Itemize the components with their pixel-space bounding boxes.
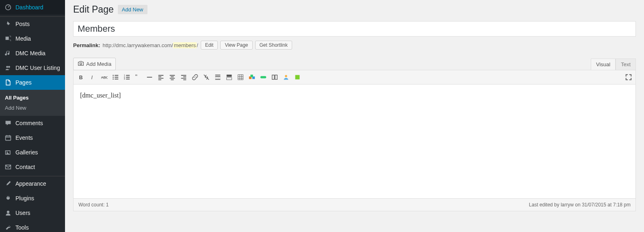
dashboard-icon (4, 3, 12, 11)
number-list-button[interactable]: 123 (121, 72, 132, 82)
permalink-slug: members (173, 42, 197, 48)
edit-permalink-button[interactable]: Edit (201, 41, 218, 50)
svg-point-8 (80, 63, 82, 65)
svg-text:“: “ (135, 74, 137, 80)
distraction-free-button[interactable] (623, 72, 634, 82)
svg-rect-28 (272, 75, 274, 80)
svg-rect-27 (260, 76, 266, 78)
users-icon (4, 64, 12, 72)
sidebar-label: DMC User Listing (15, 65, 60, 71)
sidebar-item-appearance[interactable]: Appearance (0, 176, 65, 191)
sidebar-label: Appearance (15, 180, 46, 187)
svg-rect-3 (6, 136, 11, 140)
svg-text:3: 3 (124, 78, 125, 80)
add-media-label: Add Media (86, 61, 111, 67)
pin-icon (4, 20, 12, 28)
sidebar-item-pages[interactable]: Pages (0, 75, 65, 90)
sidebar-item-galleries[interactable]: Galleries (0, 145, 65, 160)
strikethrough-button[interactable]: ABC (99, 72, 109, 82)
add-new-button[interactable]: Add New (118, 5, 147, 14)
italic-button[interactable]: I (87, 72, 98, 82)
sidebar-item-dmc-user-listing[interactable]: DMC User Listing (0, 61, 65, 75)
svg-text:B: B (79, 75, 83, 80)
read-more-button[interactable] (212, 72, 223, 82)
page-title: Edit Page (73, 4, 114, 15)
view-page-button[interactable]: View Page (220, 41, 252, 50)
post-title-input[interactable] (73, 21, 636, 37)
sidebar-label: Pages (15, 79, 32, 86)
sidebar-item-media[interactable]: Media (0, 31, 65, 46)
sidebar-label: Users (15, 210, 30, 216)
plug-icon (4, 194, 12, 202)
sidebar-item-comments[interactable]: Comments (0, 116, 65, 130)
sidebar-label: Events (15, 134, 33, 141)
insert-user-button[interactable] (281, 72, 291, 82)
svg-rect-31 (295, 75, 300, 80)
permalink-label: Permalink: (73, 42, 100, 48)
camera-icon (78, 60, 84, 68)
sidebar-label: DMC Media (15, 50, 46, 56)
main-content: Edit Page Add New Permalink: http://dmc.… (65, 0, 644, 232)
tab-text[interactable]: Text (616, 59, 636, 70)
insert-shortcode-button[interactable] (247, 72, 257, 82)
calendar-icon (4, 134, 12, 142)
insert-button-button[interactable] (258, 72, 269, 82)
horizontal-rule-button[interactable] (144, 72, 155, 82)
permalink-row: Permalink: http://dmc.larrywakeman.com/m… (73, 37, 636, 54)
editor-content[interactable]: [dmc_user_list] (74, 85, 635, 198)
svg-rect-21 (227, 75, 232, 77)
align-left-button[interactable] (156, 72, 166, 82)
sidebar-submenu-pages: All Pages Add New (0, 90, 65, 116)
music-icon (4, 49, 12, 57)
sidebar-item-dashboard[interactable]: Dashboard (0, 0, 65, 15)
unlink-button[interactable] (201, 72, 212, 82)
toolbar-toggle-button[interactable] (224, 72, 234, 82)
editor-toolbar: B I ABC 123 “ (74, 70, 635, 85)
tab-visual[interactable]: Visual (591, 59, 616, 70)
editor: B I ABC 123 “ (73, 70, 636, 211)
sidebar-label: Tools (15, 224, 29, 231)
sidebar-label: Comments (15, 120, 43, 126)
editor-statusbar: Word count: 1 Last edited by larryw on 3… (74, 198, 635, 211)
insert-columns-button[interactable] (269, 72, 280, 82)
media-icon (4, 35, 12, 43)
add-media-button[interactable]: Add Media (73, 58, 116, 70)
bold-button[interactable]: B (76, 72, 87, 82)
sidebar-item-plugins[interactable]: Plugins (0, 191, 65, 206)
svg-text:I: I (91, 75, 93, 80)
get-shortlink-button[interactable]: Get Shortlink (255, 41, 292, 50)
sidebar-label: Contact (15, 164, 35, 170)
svg-point-15 (113, 78, 114, 80)
comment-icon (4, 119, 12, 127)
submenu-add-new[interactable]: Add New (0, 103, 65, 113)
last-edited: Last edited by larryw on 31/07/2015 at 7… (529, 202, 631, 208)
bullet-list-button[interactable] (110, 72, 121, 82)
sidebar-item-dmc-media[interactable]: DMC Media (0, 46, 65, 61)
sidebar-label: Media (15, 35, 31, 42)
user-icon (4, 209, 12, 217)
wrench-icon (4, 223, 12, 232)
sidebar-item-posts[interactable]: Posts (0, 17, 65, 31)
permalink-url: http://dmc.larrywakeman.com/members/ (102, 42, 198, 48)
sidebar-label: Plugins (15, 195, 34, 202)
sidebar-item-users[interactable]: Users (0, 206, 65, 220)
insert-table-button[interactable] (235, 72, 246, 82)
brush-icon (4, 180, 12, 188)
word-count: Word count: 1 (78, 202, 109, 208)
sidebar-label: Posts (15, 21, 30, 27)
sidebar-item-contact[interactable]: Contact (0, 160, 65, 174)
link-button[interactable] (190, 72, 200, 82)
sidebar-item-events[interactable]: Events (0, 130, 65, 145)
submenu-all-pages[interactable]: All Pages (0, 93, 65, 103)
align-right-button[interactable] (178, 72, 189, 82)
align-center-button[interactable] (167, 72, 178, 82)
svg-rect-29 (275, 75, 277, 80)
svg-rect-23 (238, 75, 243, 80)
svg-point-30 (285, 75, 287, 77)
insert-block-button[interactable] (292, 72, 303, 82)
svg-point-2 (8, 66, 10, 68)
gallery-icon (4, 148, 12, 156)
sidebar-item-tools[interactable]: Tools (0, 220, 65, 232)
pages-icon (4, 78, 12, 87)
blockquote-button[interactable]: “ (133, 72, 143, 82)
